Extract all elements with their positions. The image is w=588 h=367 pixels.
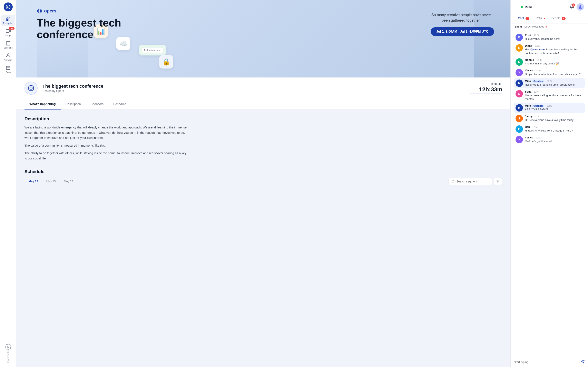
message-header: Yesica· 12:31	[525, 69, 583, 72]
floating-card-icon-2: ☁️	[119, 40, 127, 47]
event-logo-circle	[25, 82, 38, 95]
hero-title: The biggest tech conference	[37, 17, 139, 40]
desc-para-2: The value of a community is measured in …	[25, 143, 188, 148]
message-content: Diana· 12:30Hey @everyone, I have been w…	[525, 44, 583, 55]
message-header: Ben· 12:50	[525, 125, 583, 128]
sidebar-logo[interactable]	[4, 2, 13, 11]
svg-point-17	[452, 180, 454, 183]
message-header: MikoOrganizer· 12:34	[525, 80, 583, 83]
svg-point-13	[38, 9, 42, 13]
message-content: MikoOrganizer· 12:45ARE YOU READY?	[525, 104, 583, 111]
svg-rect-4	[6, 42, 10, 45]
message-avatar: J	[516, 115, 523, 122]
message-sender-name: Sofia	[525, 90, 531, 93]
online-indicator	[521, 6, 523, 8]
message-row: SSofia· 12:44I have been waiting for thi…	[514, 89, 585, 102]
message-header: Erick· 12:30	[525, 34, 583, 37]
message-avatar: Y	[516, 69, 523, 76]
message-content: Ronnie· 12:33The day has finally come! 🎉	[525, 58, 583, 66]
svg-line-18	[454, 182, 454, 183]
chat-tab-polls[interactable]: Polls	[532, 14, 548, 23]
svg-point-8	[7, 54, 9, 55]
mode-tab-direct[interactable]: Direct Messages	[524, 25, 546, 28]
time-left-bar	[470, 94, 502, 94]
send-icon	[581, 360, 585, 364]
message-time: · 12:33	[535, 59, 542, 61]
avatar-icon	[578, 4, 583, 9]
message-text: The day has finally come! 🎉	[525, 62, 583, 66]
chat-tab-people[interactable]: People 4	[548, 14, 569, 23]
panel-nav: →	[515, 5, 518, 9]
live-badge: LIVE	[9, 27, 15, 30]
direct-messages-dot	[545, 26, 547, 27]
hero-section: opers The biggest tech conference 📊 ☁️ T…	[16, 0, 510, 77]
schedule-controls: May 12 May 13 May 14	[25, 178, 502, 185]
nav-arrow-icon[interactable]: →	[515, 5, 518, 9]
chat-input[interactable]	[514, 360, 579, 364]
sidebar-item-expo[interactable]: Expo	[1, 64, 15, 75]
notification-button[interactable]: 2	[570, 4, 574, 9]
event-host: Hosted by Opers	[43, 89, 465, 92]
tab-schedule[interactable]: Schedule	[108, 99, 131, 109]
sidebar-item-network[interactable]: Network	[1, 51, 15, 63]
event-title: The biggest tech conference	[43, 83, 465, 89]
panel-header-left: → 2383	[515, 5, 532, 9]
message-text: Hello! We are rounding up all preparatio…	[525, 83, 583, 87]
sidebar-bottom: Powered by	[5, 343, 11, 365]
sidebar-item-reception[interactable]: Reception	[1, 15, 15, 26]
tab-description[interactable]: Description	[61, 99, 86, 109]
message-time: · 12:44	[533, 91, 540, 93]
message-text: ARE YOU READY?	[525, 108, 583, 111]
message-sender-name: Ben	[525, 125, 530, 128]
message-sender-name: Miko	[525, 104, 531, 107]
message-row: BBen· 12:50Hi guys! Any folks from Chica…	[514, 124, 585, 134]
floating-card-text: Technology News	[142, 48, 163, 53]
message-row: YYesica· 12:47Yes! Let's get it started!	[514, 135, 585, 145]
message-sender-name: Janny	[525, 115, 533, 118]
svg-rect-3	[6, 30, 9, 33]
message-content: Yesica· 12:31Do you know what time Elon …	[525, 69, 583, 76]
message-content: Sofia· 12:44I have been waiting for this…	[525, 90, 583, 101]
schedule-tab-may14[interactable]: May 14	[60, 178, 77, 185]
sidebar-item-stage-wrapper: Stage LIVE	[1, 27, 15, 38]
search-segment-input[interactable]	[456, 180, 489, 183]
message-header: Ronnie· 12:33	[525, 58, 583, 61]
tab-whats-happening[interactable]: What's happening	[25, 99, 61, 109]
svg-point-0	[6, 5, 10, 9]
message-content: Janny· 12:47Hi! Let everyone have a love…	[525, 115, 583, 122]
hero-date-badge: Jul 1, 9:00AM - Jul 2, 4:00PM UTC	[431, 27, 494, 36]
message-sender-name: Erick	[525, 34, 531, 37]
message-time: · 12:50	[531, 126, 538, 128]
message-avatar: B	[516, 125, 523, 133]
message-time: · 12:31	[535, 69, 541, 72]
svg-point-12	[7, 346, 9, 348]
user-avatar[interactable]	[577, 3, 584, 11]
polls-dot	[544, 18, 545, 19]
message-text: Yes! Let's get it started!	[525, 140, 583, 143]
description-text: We are facing a worldwide emergency that…	[25, 125, 188, 161]
filter-button[interactable]	[494, 178, 502, 185]
svg-point-20	[579, 5, 581, 7]
tab-sponsors[interactable]: Sponsors	[86, 99, 108, 109]
main-content: opers The biggest tech conference 📊 ☁️ T…	[16, 0, 510, 367]
floating-card-3: Technology News	[139, 45, 166, 55]
send-button[interactable]	[581, 360, 585, 365]
message-content: Erick· 12:30Hi everyone, great to be her…	[525, 34, 583, 41]
chat-tab-chat[interactable]: Chat 17	[515, 14, 532, 23]
messages-list: EErick· 12:30Hi everyone, great to be he…	[511, 30, 588, 357]
sidebar-item-sessions[interactable]: Sessions	[1, 39, 15, 50]
schedule-header: Schedule	[25, 169, 502, 174]
chat-input-area	[511, 357, 588, 367]
message-row: RRonnie· 12:33The day has finally come! …	[514, 57, 585, 67]
message-avatar: R	[516, 58, 523, 66]
event-logo-icon	[27, 84, 35, 92]
schedule-tab-may12[interactable]: May 12	[25, 178, 42, 185]
message-text: Hi! Let everyone have a lovely time toda…	[525, 118, 583, 122]
message-content: MikoOrganizer· 12:34Hello! We are roundi…	[525, 80, 583, 87]
schedule-tab-may13[interactable]: May 13	[42, 178, 60, 185]
gear-icon[interactable]	[5, 343, 11, 350]
mode-tab-event[interactable]: Event	[515, 25, 522, 28]
hero-brand: opers	[37, 8, 139, 14]
message-text: Hi guys! Any folks from Chicago in here?	[525, 129, 583, 133]
panel-header: → 2383 2	[511, 0, 588, 14]
